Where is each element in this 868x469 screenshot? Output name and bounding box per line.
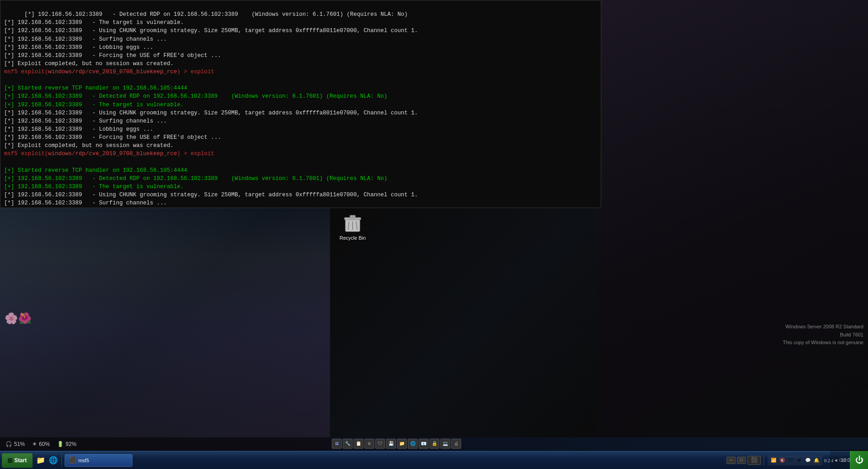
tb-icon-4[interactable]: ⚙ xyxy=(364,439,374,449)
taskbar-explorer-icon[interactable]: 📁 xyxy=(34,454,47,467)
taskbar-bottom-row: 🖥 🔧 📋 ⚙ 🛡 💾 📁 🌐 📧 🔒 💻 🖨 xyxy=(330,437,868,450)
ctrl-text: ◄ Ctrl xyxy=(834,458,846,463)
battery-value: 92% xyxy=(66,441,76,447)
taskbar: ⊞ Start 📁 🌐 ⬛ msf5 — □ ⬛ xyxy=(0,451,868,469)
tb-icon-2[interactable]: 🔧 xyxy=(343,439,353,449)
svg-rect-2 xyxy=(350,215,355,218)
tray-icon-2[interactable]: 🔇 xyxy=(778,456,786,464)
brightness-value: 60% xyxy=(39,441,50,447)
power-icon: ⏻ xyxy=(855,455,863,465)
quick-launch: 📁 🌐 xyxy=(34,454,62,467)
ctrl-indicator: ◄ Ctrl xyxy=(830,451,850,469)
wallpaper-right-overlay xyxy=(597,0,868,469)
win-server-line2: Build 7601 xyxy=(783,331,863,339)
taskbar-browser-icon[interactable]: 🌐 xyxy=(47,454,60,467)
terminal-app-label: msf5 xyxy=(78,458,89,463)
tray-icon-1[interactable]: 📶 xyxy=(769,456,778,464)
tb-icon-8[interactable]: 🌐 xyxy=(408,439,418,449)
tray-icon-4[interactable]: ⚙ xyxy=(795,456,803,464)
window-controls-group: — □ ⬛ xyxy=(724,456,764,465)
wallpaper-far-right xyxy=(597,0,868,469)
desktop-dark-area xyxy=(330,208,597,469)
wallpaper-right xyxy=(330,208,597,469)
start-label: Start xyxy=(14,457,27,464)
tb-icon-9[interactable]: 📧 xyxy=(419,439,429,449)
terminal-window[interactable]: [*] 192.168.56.102:3389 - Detected RDP o… xyxy=(0,0,601,208)
volume-value: 51% xyxy=(14,441,25,447)
start-button[interactable]: ⊞ Start xyxy=(2,453,33,468)
minimize-btn[interactable]: — xyxy=(726,457,736,464)
battery-icon: 🔋 xyxy=(57,441,64,447)
flower-decoration: 🌸🌺 xyxy=(5,312,32,325)
tray-icons-row: 📶 🔇 🛡 ⚙ 💬 🔔 xyxy=(769,456,821,464)
windows-server-info: Windows Server 2008 R2 Standard Build 76… xyxy=(783,323,863,347)
tray-icon-3[interactable]: 🛡 xyxy=(787,456,795,464)
terminal-icon: ⬛ xyxy=(69,456,76,464)
taskbar-apps: ⬛ msf5 xyxy=(64,454,724,467)
tb-icon-12[interactable]: 🖨 xyxy=(451,439,461,449)
terminal-content: [*] 192.168.56.102:3389 - Detected RDP o… xyxy=(0,0,601,208)
tray-icon-6[interactable]: 🔔 xyxy=(812,456,821,464)
recycle-bin-icon xyxy=(342,212,363,233)
recycle-bin-label: Recycle Bin xyxy=(340,235,366,241)
recycle-bin[interactable]: Recycle Bin xyxy=(330,208,375,244)
windows-flag-icon: ⊞ xyxy=(8,455,13,465)
tray-notification-area: 📶 🔇 🛡 ⚙ 💬 🔔 xyxy=(768,455,822,465)
window-thumb[interactable]: ⬛ xyxy=(747,456,761,465)
brightness-icon: ☀ xyxy=(32,441,37,447)
volume-status: 🎧 51% xyxy=(5,441,25,447)
recycle-bin-svg xyxy=(342,212,363,233)
tb-icon-1[interactable]: 🖥 xyxy=(332,439,342,449)
win-server-line3: This copy of Windows is not genuine xyxy=(783,339,863,347)
tb-icon-7[interactable]: 📁 xyxy=(397,439,407,449)
headphone-icon: 🎧 xyxy=(5,441,12,447)
tb-icon-5[interactable]: 🛡 xyxy=(375,439,385,449)
notif-0: 0 xyxy=(824,458,827,463)
tb-icon-11[interactable]: 💻 xyxy=(440,439,450,449)
win-server-line1: Windows Server 2008 R2 Standard xyxy=(783,323,863,331)
restore-btn[interactable]: □ xyxy=(737,457,746,464)
brightness-status: ☀ 60% xyxy=(32,441,50,447)
power-button[interactable]: ⏻ xyxy=(850,451,868,469)
tb-icon-3[interactable]: 📋 xyxy=(354,439,363,449)
desktop: 🌸🌺 [*] 192.168.56.102:3389 - Detected RD… xyxy=(0,0,868,469)
tb-icon-6[interactable]: 💾 xyxy=(386,439,396,449)
wallpaper-overlay xyxy=(0,208,330,451)
battery-status: 🔋 92% xyxy=(57,441,76,447)
status-bar: 🎧 51% ☀ 60% 🔋 92% xyxy=(0,437,330,451)
tray-icon-5[interactable]: 💬 xyxy=(804,456,812,464)
taskbar-terminal-app[interactable]: ⬛ msf5 xyxy=(65,454,132,467)
tb-icon-10[interactable]: 🔒 xyxy=(429,439,439,449)
